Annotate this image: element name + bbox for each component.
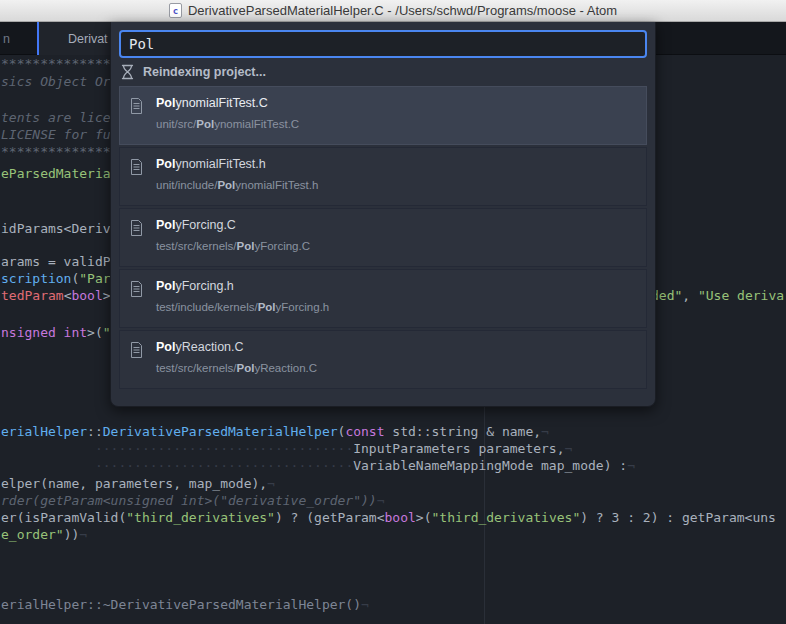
- c-file-icon: c: [169, 3, 182, 18]
- code-line: **************: [1, 144, 111, 160]
- fuzzy-finder-panel: Reindexing project... PolynomialFitTest.…: [110, 22, 656, 407]
- code-line: elper(name, parameters, map_mode),¬: [1, 476, 275, 492]
- code-line: idParams<Deriv: [1, 221, 111, 237]
- code-line: ded", "Use deriva: [651, 288, 784, 304]
- result-filename: PolynomialFitTest.C: [156, 96, 268, 110]
- hourglass-icon: [121, 64, 134, 80]
- result-filepath: test/src/kernels/PolyReaction.C: [156, 362, 317, 374]
- code-line: eParsedMateria: [1, 166, 111, 182]
- code-line: tents are lice: [1, 110, 111, 126]
- atom-window: c DerivativeParsedMaterialHelper.C - /Us…: [0, 0, 786, 624]
- code-line: arams = validP: [1, 254, 111, 270]
- result-item[interactable]: PolynomialFitTest.h unit/include/Polynom…: [119, 147, 647, 206]
- result-item[interactable]: PolyForcing.C test/src/kernels/PolyForci…: [119, 208, 647, 267]
- code-line: tedParam<bool>: [1, 288, 111, 304]
- file-icon: [130, 281, 143, 301]
- fuzzy-finder-input[interactable]: [119, 30, 647, 58]
- title-bar: c DerivativeParsedMaterialHelper.C - /Us…: [0, 0, 786, 22]
- result-filename: PolyReaction.C: [156, 340, 244, 354]
- code-line: erialHelper::DerivativeParsedMaterialHel…: [1, 424, 549, 440]
- result-filepath: test/include/kernels/PolyForcing.h: [156, 301, 329, 313]
- code-line: sics Object Or: [1, 74, 111, 90]
- file-icon: [130, 98, 143, 118]
- result-filename: PolyForcing.h: [156, 279, 234, 293]
- tab-partial-left[interactable]: n: [3, 22, 10, 55]
- reindexing-status: Reindexing project...: [119, 58, 647, 86]
- result-filepath: unit/src/PolynomialFitTest.C: [156, 118, 299, 130]
- fuzzy-finder-results: PolynomialFitTest.C unit/src/PolynomialF…: [119, 86, 647, 389]
- file-icon: [130, 159, 143, 179]
- window-title: DerivativeParsedMaterialHelper.C - /User…: [188, 3, 617, 18]
- result-filename: PolynomialFitTest.h: [156, 157, 266, 171]
- code-line: ·································Variabl…: [1, 458, 635, 474]
- code-line: nsigned int>(": [1, 325, 111, 341]
- result-item[interactable]: PolyReaction.C test/src/kernels/PolyReac…: [119, 330, 647, 389]
- code-line: rder(getParam<unsigned int>("derivative_…: [1, 493, 385, 509]
- result-filename: PolyForcing.C: [156, 218, 236, 232]
- result-filepath: unit/include/PolynomialFitTest.h: [156, 179, 318, 191]
- file-icon: [130, 342, 143, 362]
- code-line: ·································InputPa…: [1, 441, 572, 457]
- code-line: erialHelper::~DerivativeParsedMaterialHe…: [1, 597, 369, 613]
- code-line: scription("Par: [1, 271, 111, 287]
- file-icon: [130, 220, 143, 240]
- result-filepath: test/src/kernels/PolyForcing.C: [156, 240, 310, 252]
- result-item[interactable]: PolynomialFitTest.C unit/src/PolynomialF…: [119, 86, 647, 145]
- code-line: e_order"))¬: [1, 527, 87, 543]
- code-line: LICENSE for fu: [1, 127, 111, 143]
- result-item[interactable]: PolyForcing.h test/include/kernels/PolyF…: [119, 269, 647, 328]
- code-line: er(isParamValid("third_derivatives") ? (…: [1, 510, 776, 526]
- code-line: **************: [1, 56, 111, 72]
- reindexing-status-label: Reindexing project...: [143, 65, 266, 79]
